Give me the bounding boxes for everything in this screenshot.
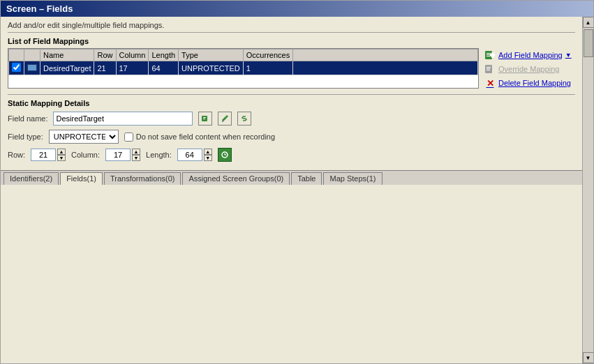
tab-table[interactable]: Table bbox=[291, 172, 322, 185]
row-input[interactable] bbox=[31, 149, 56, 161]
col-header-length: Length bbox=[149, 50, 179, 61]
svg-rect-5 bbox=[487, 56, 490, 56]
delete-field-icon: ✕ bbox=[484, 77, 496, 89]
delete-field-mapping-link[interactable]: ✕ Delete Field Mapping bbox=[484, 77, 575, 89]
svg-rect-7 bbox=[487, 67, 491, 68]
tab-transformations-0-[interactable]: Transformations(0) bbox=[104, 172, 181, 185]
length-recalc-btn[interactable] bbox=[218, 148, 232, 162]
row-type: UNPROTECTED bbox=[179, 61, 244, 75]
title-bar: Screen – Fields bbox=[1, 1, 593, 17]
field-type-row: Field type: UNPROTECTED PROTECTED HIDDEN… bbox=[8, 130, 575, 144]
delete-label: Delete Field Mapping bbox=[498, 79, 571, 87]
field-name-edit-btn[interactable] bbox=[218, 112, 232, 126]
length-input[interactable] bbox=[177, 149, 202, 161]
tab-map-steps-1-[interactable]: Map Steps(1) bbox=[323, 172, 382, 185]
table-row[interactable]: DesiredTarget 21 17 64 UNPROTECTED 1 bbox=[9, 61, 478, 75]
tab-assigned-screen-groups-0-[interactable]: Assigned Screen Groups(0) bbox=[182, 172, 290, 185]
col-header-row: Row bbox=[94, 50, 116, 61]
static-mapping-title: Static Mapping Details bbox=[8, 99, 575, 107]
row-up-btn[interactable]: ▲ bbox=[57, 149, 66, 155]
save-field-checkbox-row: Do not save field content when recording bbox=[124, 132, 275, 142]
row-spinner: ▲ ▼ bbox=[31, 149, 66, 161]
scroll-thumb[interactable] bbox=[584, 29, 593, 57]
tab-identifiers-2-[interactable]: Identifiers(2) bbox=[3, 172, 59, 185]
svg-rect-4 bbox=[487, 54, 490, 55]
field-name-browse-btn[interactable] bbox=[198, 112, 212, 126]
column-down-btn[interactable]: ▼ bbox=[132, 155, 140, 161]
col-header-check bbox=[9, 50, 24, 61]
row-col-length-row: Row: ▲ ▼ Column: ▲ ▼ bbox=[8, 148, 575, 162]
row-label: Row: bbox=[8, 151, 25, 159]
field-type-select[interactable]: UNPROTECTED PROTECTED HIDDEN bbox=[49, 130, 119, 144]
svg-rect-9 bbox=[487, 70, 490, 70]
actions-panel: Add Field Mapping ▼ Override M bbox=[484, 48, 575, 89]
svg-rect-2 bbox=[491, 52, 493, 58]
tab-fields-1-[interactable]: Fields(1) bbox=[60, 172, 103, 185]
length-spinner: ▲ ▼ bbox=[177, 149, 212, 161]
field-type-label: Field type: bbox=[8, 132, 43, 141]
scroll-down-btn[interactable]: ▼ bbox=[583, 352, 594, 363]
row-length: 64 bbox=[149, 61, 179, 75]
field-name-input[interactable] bbox=[53, 112, 193, 126]
field-name-link-btn[interactable] bbox=[237, 112, 251, 126]
col-header-icon bbox=[24, 50, 40, 61]
row-down-btn[interactable]: ▼ bbox=[57, 155, 66, 161]
col-header-column: Column bbox=[116, 50, 149, 61]
svg-rect-12 bbox=[203, 119, 205, 119]
length-down-btn[interactable]: ▼ bbox=[204, 155, 212, 161]
field-mappings-table-container: Name Row Column Length Type Occurrences bbox=[8, 48, 479, 89]
length-label: Length: bbox=[146, 151, 172, 159]
svg-rect-11 bbox=[203, 117, 206, 118]
svg-rect-8 bbox=[487, 68, 490, 69]
column-spinner: ▲ ▼ bbox=[105, 149, 140, 161]
override-label: Override Mapping bbox=[498, 65, 559, 73]
field-name-row: Field name: bbox=[8, 112, 575, 126]
list-section-title: List of Field Mappings bbox=[1, 33, 582, 48]
add-field-label: Add Field Mapping bbox=[498, 51, 563, 59]
subtitle: Add and/or edit single/multiple field ma… bbox=[1, 17, 582, 32]
col-header-type: Type bbox=[179, 50, 244, 61]
field-mappings-table: Name Row Column Length Type Occurrences bbox=[8, 49, 478, 75]
col-header-name: Name bbox=[40, 50, 94, 61]
row-name: DesiredTarget bbox=[40, 61, 94, 75]
column-label: Column: bbox=[71, 151, 100, 159]
row-row: 21 bbox=[94, 61, 116, 75]
scrollbar: ▲ ▼ bbox=[582, 17, 593, 363]
static-mapping-section: Static Mapping Details Field name: bbox=[1, 96, 582, 170]
length-up-btn[interactable]: ▲ bbox=[204, 149, 212, 155]
add-dropdown-arrow[interactable]: ▼ bbox=[565, 52, 572, 59]
save-field-checkbox[interactable] bbox=[124, 132, 133, 142]
row-icon bbox=[24, 61, 40, 75]
override-mapping-link: Override Mapping bbox=[484, 63, 575, 75]
tabs-bar: Identifiers(2)Fields(1)Transformations(0… bbox=[1, 170, 582, 185]
add-field-icon bbox=[484, 50, 496, 61]
override-field-icon bbox=[484, 63, 496, 75]
svg-rect-3 bbox=[487, 53, 491, 54]
row-column: 17 bbox=[116, 61, 149, 75]
field-name-label: Field name: bbox=[8, 114, 47, 123]
column-input[interactable] bbox=[105, 149, 131, 161]
col-header-occurrences: Occurrences bbox=[243, 50, 292, 61]
save-field-label: Do not save field content when recording bbox=[136, 132, 275, 141]
row-check[interactable] bbox=[9, 61, 24, 75]
column-up-btn[interactable]: ▲ bbox=[132, 149, 140, 155]
scroll-up-btn[interactable]: ▲ bbox=[583, 17, 594, 28]
window-title: Screen – Fields bbox=[6, 3, 73, 14]
row-occurrences: 1 bbox=[243, 61, 292, 75]
add-field-mapping-link[interactable]: Add Field Mapping ▼ bbox=[484, 50, 575, 61]
